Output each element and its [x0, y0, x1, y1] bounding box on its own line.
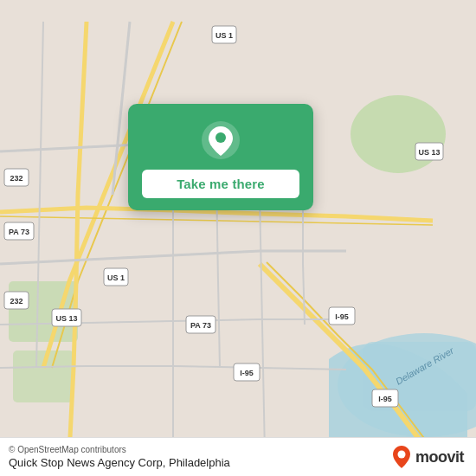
svg-text:I-95: I-95: [240, 369, 254, 377]
moovit-text: moovit: [415, 448, 464, 466]
svg-text:PA 73: PA 73: [9, 228, 29, 236]
svg-text:I-95: I-95: [378, 395, 392, 403]
location-pin-icon: [200, 119, 241, 161]
bottom-bar: © OpenStreetMap contributors Quick Stop …: [0, 437, 476, 476]
popup-card: Take me there: [128, 104, 313, 210]
svg-text:PA 73: PA 73: [190, 321, 211, 330]
svg-text:I-95: I-95: [335, 312, 349, 321]
svg-point-3: [351, 95, 446, 173]
svg-rect-5: [13, 351, 74, 402]
svg-point-31: [397, 451, 405, 459]
map-background: Delaware River US 1 US 13 PA 73 232 US 1…: [0, 0, 476, 476]
svg-text:232: 232: [10, 297, 23, 306]
moovit-pin-icon: [392, 445, 411, 469]
svg-point-30: [215, 132, 226, 143]
location-name: Quick Stop News Agency Corp, Philadelphi…: [9, 456, 230, 469]
svg-text:US 13: US 13: [55, 314, 77, 323]
map-container: Delaware River US 1 US 13 PA 73 232 US 1…: [0, 0, 476, 476]
bottom-left-info: © OpenStreetMap contributors Quick Stop …: [9, 445, 230, 469]
moovit-logo: moovit: [392, 445, 464, 469]
take-me-there-button[interactable]: Take me there: [142, 170, 299, 198]
svg-text:US 1: US 1: [107, 273, 125, 282]
svg-text:US 1: US 1: [215, 31, 233, 40]
svg-text:US 13: US 13: [418, 148, 440, 157]
svg-text:232: 232: [10, 174, 23, 183]
osm-attribution: © OpenStreetMap contributors: [9, 445, 230, 454]
